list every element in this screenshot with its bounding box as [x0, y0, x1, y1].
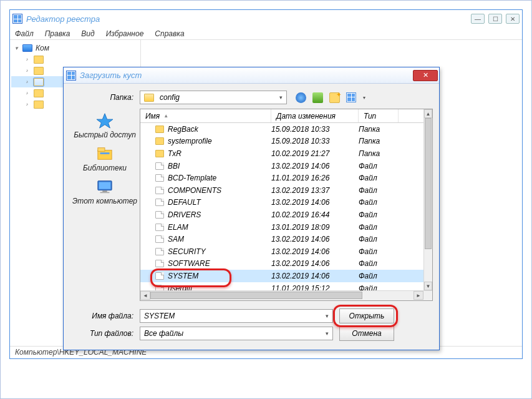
folder-label: Папка: — [70, 93, 140, 102]
minimize-button[interactable]: — — [471, 14, 485, 24]
dialog-close-button[interactable]: ✕ — [413, 70, 438, 81]
file-row[interactable]: BBI13.02.2019 14:06Файл — [140, 160, 423, 172]
tree-root[interactable]: ▾ Ком — [11, 42, 139, 54]
place-libraries[interactable]: Библиотеки — [83, 145, 127, 172]
scroll-right-icon[interactable]: ► — [414, 291, 423, 300]
file-icon — [155, 187, 164, 194]
computer-icon — [22, 44, 32, 52]
file-icon — [155, 174, 164, 182]
menu-edit[interactable]: Правка — [45, 29, 70, 38]
file-row[interactable]: SECURITY13.02.2019 14:06Файл — [140, 245, 423, 258]
file-row[interactable]: COMPONENTS13.02.2019 13:37Файл — [140, 184, 423, 197]
chevron-down-icon: ▾ — [279, 94, 283, 101]
file-row[interactable]: SOFTWARE13.02.2019 14:06Файл — [140, 258, 423, 270]
dialog-icon — [66, 71, 76, 81]
folder-icon — [155, 137, 164, 145]
file-icon — [155, 224, 164, 231]
chevron-down-icon: ▾ — [326, 313, 329, 319]
column-date[interactable]: Дата изменения — [271, 109, 359, 122]
column-type[interactable]: Тип — [359, 109, 399, 122]
dialog-titlebar: Загрузить куст ✕ — [64, 67, 439, 84]
folder-icon — [144, 94, 154, 102]
svg-rect-6 — [102, 191, 107, 192]
file-row[interactable]: systemprofile15.09.2018 10:33Папка — [140, 135, 423, 148]
regedit-titlebar: Редактор реестра — ☐ ✕ — [10, 10, 522, 27]
file-row[interactable]: DRIVERS10.02.2019 16:44Файл — [140, 209, 423, 221]
file-icon — [155, 272, 164, 280]
places-bar: Быстрый доступ Библиотеки Этот компьютер — [70, 109, 140, 301]
regedit-menubar: Файл Правка Вид Избранное Справка — [10, 27, 522, 40]
file-list-header: Имя▲ Дата изменения Тип — [140, 109, 432, 123]
back-icon[interactable] — [296, 92, 306, 103]
folder-icon — [155, 126, 164, 133]
chevron-down-icon[interactable]: ▾ — [363, 95, 365, 101]
menu-help[interactable]: Справка — [155, 29, 184, 38]
libraries-icon — [95, 145, 114, 162]
vertical-scrollbar[interactable]: ▲ ▼ — [423, 109, 432, 290]
filename-input[interactable]: SYSTEM ▾ — [140, 309, 333, 323]
regedit-title: Редактор реестра — [26, 14, 471, 24]
scroll-thumb-h[interactable] — [150, 292, 362, 299]
maximize-button[interactable]: ☐ — [488, 14, 502, 24]
svg-rect-3 — [100, 152, 110, 154]
scroll-down-icon[interactable]: ▼ — [424, 282, 432, 290]
folder-icon — [155, 150, 164, 157]
scroll-thumb[interactable] — [425, 118, 432, 249]
file-icon — [155, 211, 164, 219]
menu-view[interactable]: Вид — [81, 29, 94, 38]
scroll-up-icon[interactable]: ▲ — [424, 109, 432, 118]
file-icon — [155, 248, 164, 255]
file-list[interactable]: RegBack15.09.2018 10:33Папкаsystemprofil… — [140, 123, 423, 290]
file-row[interactable]: userdiff11.01.2019 15:12Файл — [140, 282, 423, 290]
place-quick-access[interactable]: Быстрый доступ — [74, 112, 136, 139]
place-this-pc[interactable]: Этот компьютер — [72, 179, 137, 205]
file-icon — [155, 285, 164, 290]
up-icon[interactable] — [312, 92, 323, 103]
file-list-pane: Имя▲ Дата изменения Тип RegBack15.09.201… — [140, 109, 433, 301]
star-icon — [95, 112, 114, 129]
view-menu-icon[interactable] — [346, 92, 357, 103]
regedit-icon — [12, 14, 22, 24]
svg-rect-7 — [100, 192, 110, 193]
file-icon — [155, 162, 164, 170]
file-row[interactable]: BCD-Template11.01.2019 16:26Файл — [140, 172, 423, 184]
menu-file[interactable]: Файл — [15, 29, 34, 38]
close-button[interactable]: ✕ — [506, 14, 520, 24]
open-button[interactable]: Открыть — [339, 308, 394, 323]
computer-icon — [95, 179, 114, 195]
file-row-selected[interactable]: SYSTEM13.02.2019 14:06Файл — [140, 270, 423, 282]
column-name[interactable]: Имя▲ — [140, 109, 271, 122]
tree-item[interactable]: › — [11, 54, 139, 65]
filetype-combo[interactable]: Все файлы ▾ — [140, 327, 333, 340]
svg-rect-5 — [99, 182, 111, 189]
horizontal-scrollbar[interactable]: ◄ ► — [140, 290, 432, 300]
svg-marker-0 — [97, 114, 113, 128]
dialog-title: Загрузить куст — [80, 71, 413, 80]
filename-label: Имя файла: — [70, 312, 140, 320]
file-row[interactable]: ELAM13.01.2019 18:09Файл — [140, 221, 423, 234]
cancel-button[interactable]: Отмена — [339, 326, 394, 341]
new-folder-icon[interactable]: ✦ — [329, 92, 340, 103]
filetype-label: Тип файлов: — [70, 329, 140, 338]
scroll-left-icon[interactable]: ◄ — [140, 291, 150, 300]
file-icon — [155, 199, 164, 206]
menu-favorites[interactable]: Избранное — [106, 29, 144, 38]
chevron-down-icon: ▾ — [326, 330, 329, 337]
file-icon — [155, 235, 164, 243]
file-row[interactable]: RegBack15.09.2018 10:33Папка — [140, 123, 423, 135]
file-row[interactable]: DEFAULT13.02.2019 14:06Файл — [140, 197, 423, 209]
file-row[interactable]: SAM13.02.2019 14:06Файл — [140, 233, 423, 245]
file-icon — [155, 260, 164, 267]
file-row[interactable]: TxR10.02.2019 21:27Папка — [140, 147, 423, 160]
svg-rect-2 — [98, 148, 105, 152]
load-hive-dialog: Загрузить куст ✕ Папка: config ▾ ✦ ▾ — [63, 67, 440, 350]
folder-combo[interactable]: config ▾ — [140, 91, 287, 104]
